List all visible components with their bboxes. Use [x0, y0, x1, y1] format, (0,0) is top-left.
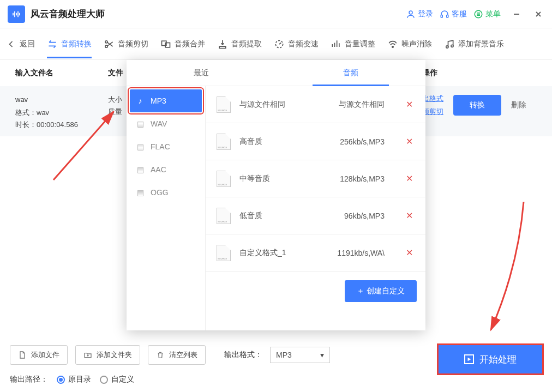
popup-tab-recent[interactable]: 最近 [127, 60, 276, 86]
svg-point-0 [409, 11, 412, 14]
tool-label: 音量调整 [345, 39, 375, 49]
tool-convert[interactable]: 音频转换 [47, 30, 92, 58]
output-format-label: 输出格式： [224, 350, 262, 360]
tool-label: 音频提取 [231, 39, 262, 49]
popup-tab-audio[interactable]: 音频 [276, 60, 425, 86]
back-label: 返回 [20, 39, 35, 49]
folder-plus-icon [83, 351, 92, 359]
delete-row-button[interactable]: 删除 [511, 100, 526, 110]
start-label: 开始处理 [479, 353, 517, 366]
format-ogg[interactable]: ▤OGG [130, 181, 202, 204]
annotation-arrow-icon [475, 196, 540, 340]
tool-speed[interactable]: 音频变速 [274, 30, 319, 58]
tool-bgm[interactable]: 添加背景音乐 [444, 30, 504, 58]
quality-row[interactable]: 与源文件相同与源文件相同✕ [206, 86, 425, 123]
file-icon: ▤ [135, 188, 145, 197]
menu-link[interactable]: 菜单 [473, 9, 501, 19]
format-label: OGG [151, 188, 169, 197]
convert-icon [47, 39, 58, 50]
file-format: 格式：wav [15, 107, 108, 119]
music-note-icon: ♪ [135, 96, 145, 106]
tool-label: 音频变速 [288, 39, 319, 49]
quality-spec: 128kb/s,MP3 [319, 174, 385, 183]
source-file-icon [217, 134, 231, 150]
format-label: AAC [151, 165, 166, 174]
quality-name: 低音质 [239, 211, 310, 221]
close-button[interactable] [532, 8, 544, 20]
radio-custom-dir[interactable]: 自定义 [100, 375, 134, 384]
add-file-button[interactable]: 添加文件 [10, 345, 68, 365]
app-title: 风云音频处理大师 [31, 8, 105, 20]
tool-label: 音频剪切 [118, 39, 148, 49]
speed-icon [274, 39, 285, 50]
tool-denoise[interactable]: 噪声消除 [387, 30, 432, 58]
minimize-button[interactable] [511, 8, 523, 20]
clear-list-button[interactable]: 清空列表 [148, 345, 206, 365]
radio-dot-icon [100, 376, 108, 384]
headphones-icon [440, 9, 449, 19]
quality-delete-button[interactable]: ✕ [404, 99, 415, 110]
convert-button[interactable]: 转换 [453, 95, 501, 116]
svg-point-9 [392, 46, 394, 47]
quality-delete-button[interactable]: ✕ [404, 136, 415, 147]
app-logo-icon [8, 5, 25, 23]
start-process-button[interactable]: 开始处理 [439, 345, 542, 373]
quality-delete-button[interactable]: ✕ [404, 248, 415, 258]
file-icon: ▤ [135, 142, 145, 152]
login-label: 登录 [418, 9, 433, 19]
radio-original-dir[interactable]: 原目录 [57, 375, 91, 384]
create-custom-button[interactable]: ＋ 创建自定义 [345, 280, 417, 302]
trash-icon [156, 351, 165, 359]
tool-label: 音频转换 [61, 39, 92, 49]
quality-row[interactable]: 低音质96kb/s,MP3✕ [206, 197, 425, 234]
source-file-icon [217, 97, 231, 113]
extract-icon [217, 39, 228, 50]
quality-name: 与源文件相同 [239, 100, 310, 110]
format-popup: 最近 音频 ♪MP3 ▤WAV ▤FLAC ▤AAC ▤OGG 与源文件相同与源… [127, 60, 425, 330]
titlebar: 风云音频处理大师 登录 客服 菜单 [0, 0, 552, 28]
denoise-icon [387, 39, 398, 50]
quality-name: 中等音质 [239, 174, 310, 184]
support-link[interactable]: 客服 [440, 9, 467, 19]
tool-cut[interactable]: 音频剪切 [104, 30, 148, 58]
add-file-label: 添加文件 [31, 350, 59, 360]
th-filename: 输入文件名 [15, 68, 108, 78]
play-icon [464, 354, 474, 364]
quality-spec: 256kb/s,MP3 [319, 137, 385, 146]
quality-name: 自定义格式_1 [239, 248, 310, 258]
format-wav[interactable]: ▤WAV [130, 112, 202, 135]
source-file-icon [217, 208, 231, 224]
file-icon: ▤ [135, 165, 145, 174]
format-flac[interactable]: ▤FLAC [130, 135, 202, 158]
source-file-icon [217, 245, 231, 261]
tool-label: 噪声消除 [401, 39, 432, 49]
source-file-icon [217, 171, 231, 187]
format-label: FLAC [151, 142, 170, 151]
menu-label: 菜单 [485, 9, 501, 19]
quality-delete-button[interactable]: ✕ [404, 173, 415, 184]
quality-delete-button[interactable]: ✕ [404, 210, 415, 221]
quality-row[interactable]: 自定义格式_11191kb/s,WA\✕ [206, 234, 425, 272]
radio-custom-label: 自定义 [111, 375, 134, 384]
add-folder-button[interactable]: 添加文件夹 [75, 345, 140, 365]
quality-spec: 1191kb/s,WA\ [319, 249, 385, 257]
quality-spec: 与源文件相同 [319, 100, 385, 110]
tool-merge[interactable]: 音频合并 [160, 30, 205, 58]
format-aac[interactable]: ▤AAC [130, 158, 202, 181]
output-format-select[interactable]: MP3 ▾ [270, 347, 330, 363]
format-mp3[interactable]: ♪MP3 [130, 89, 202, 112]
user-icon [406, 9, 416, 19]
back-button[interactable]: 返回 [5, 30, 35, 58]
merge-icon [160, 39, 171, 50]
svg-rect-1 [441, 15, 442, 17]
quality-row[interactable]: 高音质256kb/s,MP3✕ [206, 123, 425, 160]
arrow-left-icon [5, 39, 16, 50]
quality-row[interactable]: 中等音质128kb/s,MP3✕ [206, 160, 425, 197]
tool-label: 添加背景音乐 [458, 39, 504, 49]
tool-extract[interactable]: 音频提取 [217, 30, 262, 58]
music-icon [444, 39, 455, 50]
file-name: wav [15, 94, 108, 106]
toolbar: 返回 音频转换 音频剪切 音频合并 音频提取 音频变速 音量调整 噪声消除 添加… [0, 28, 552, 60]
login-link[interactable]: 登录 [406, 9, 433, 19]
tool-volume[interactable]: 音量调整 [331, 30, 375, 58]
